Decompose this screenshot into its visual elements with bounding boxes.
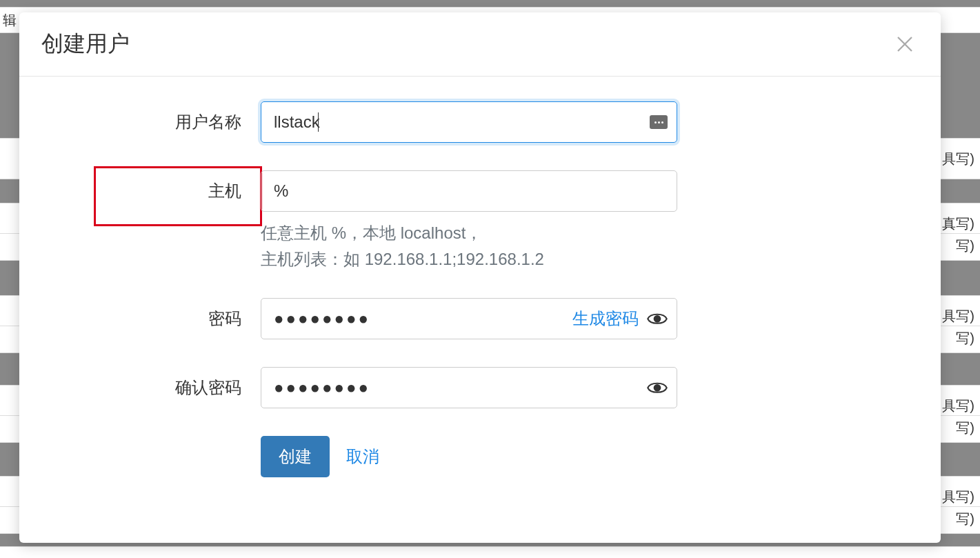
cancel-button[interactable]: 取消 xyxy=(346,446,379,468)
bg-text: 写) xyxy=(956,419,974,437)
modal-header: 创建用户 xyxy=(19,12,941,77)
bg-text: 真写) xyxy=(942,215,974,233)
username-label: 用户名称 xyxy=(61,101,261,133)
eye-icon[interactable] xyxy=(647,311,668,326)
close-icon[interactable] xyxy=(891,30,919,58)
host-input[interactable]: % xyxy=(261,170,677,212)
modal-body: 用户名称 llstack 主机 % 任意主机 %，本地 xyxy=(19,77,941,502)
confirm-password-input[interactable]: ●●●●●●●● xyxy=(261,367,677,408)
host-value: % xyxy=(274,181,288,201)
bg-edit-text: 辑 xyxy=(3,11,17,30)
username-input[interactable]: llstack xyxy=(261,101,677,143)
password-value: ●●●●●●●● xyxy=(274,309,370,328)
host-hint: 任意主机 %，本地 localhost， 主机列表：如 192.168.1.1;… xyxy=(261,220,899,273)
eye-icon[interactable] xyxy=(647,380,668,395)
form-actions: 创建 取消 xyxy=(261,436,899,477)
bg-text: 具写) xyxy=(942,150,974,168)
confirm-password-row: 确认密码 ●●●●●●●● xyxy=(61,367,899,408)
host-label-text: 主机 xyxy=(208,181,241,200)
bg-text: 写) xyxy=(956,329,974,348)
host-row: 主机 % xyxy=(61,170,899,212)
modal-title: 创建用户 xyxy=(41,29,130,59)
username-row: 用户名称 llstack xyxy=(61,101,899,143)
password-manager-icon[interactable] xyxy=(650,115,668,129)
create-user-modal: 创建用户 用户名称 llstack 主机 xyxy=(19,12,941,543)
bg-text: 具写) xyxy=(942,307,974,326)
username-value: llstack xyxy=(274,112,320,132)
host-hint-line1: 任意主机 %，本地 localhost， xyxy=(261,220,899,246)
bg-text: 具写) xyxy=(942,397,974,415)
confirm-password-value: ●●●●●●●● xyxy=(274,378,370,397)
bg-text: 写) xyxy=(956,237,974,255)
confirm-password-label: 确认密码 xyxy=(61,367,261,399)
bg-text: 具写) xyxy=(942,488,974,506)
svg-point-3 xyxy=(654,385,661,391)
host-hint-line2: 主机列表：如 192.168.1.1;192.168.1.2 xyxy=(261,246,899,272)
bg-text: 写) xyxy=(956,510,974,528)
svg-point-2 xyxy=(654,316,661,322)
create-button[interactable]: 创建 xyxy=(261,436,330,477)
host-label: 主机 xyxy=(61,170,261,202)
password-label: 密码 xyxy=(61,298,261,330)
text-cursor xyxy=(318,112,319,132)
password-row: 密码 ●●●●●●●● 生成密码 xyxy=(61,298,899,339)
generate-password-link[interactable]: 生成密码 xyxy=(572,308,639,330)
